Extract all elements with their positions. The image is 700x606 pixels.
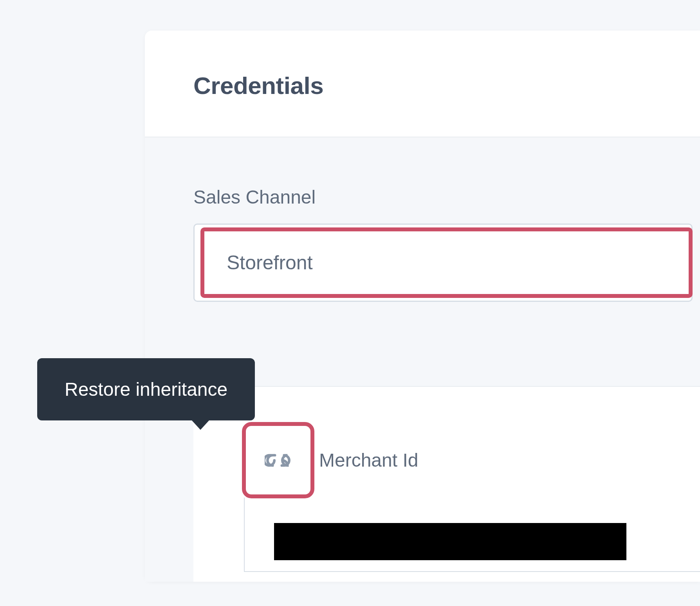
merchant-id-label-row: Merchant Id bbox=[242, 422, 700, 498]
unlink-icon bbox=[265, 450, 292, 471]
sales-channel-select[interactable]: Storefront bbox=[193, 224, 693, 302]
credentials-card: Credentials Sales Channel Storefront bbox=[145, 31, 700, 582]
merchant-id-section: Merchant Id bbox=[193, 386, 700, 582]
merchant-id-field-wrap bbox=[244, 498, 700, 572]
card-title: Credentials bbox=[193, 72, 700, 99]
merchant-id-label: Merchant Id bbox=[319, 449, 418, 471]
tooltip-text: Restore inheritance bbox=[65, 379, 227, 400]
sales-channel-field-group: Sales Channel Storefront bbox=[193, 186, 700, 386]
merchant-id-value-redacted[interactable] bbox=[274, 523, 626, 560]
sales-channel-value: Storefront bbox=[227, 251, 313, 274]
viewport: Credentials Sales Channel Storefront bbox=[0, 0, 700, 606]
sales-channel-label: Sales Channel bbox=[193, 186, 700, 208]
restore-inheritance-tooltip: Restore inheritance bbox=[37, 358, 255, 420]
restore-inheritance-button[interactable] bbox=[242, 422, 314, 498]
card-header: Credentials bbox=[145, 31, 700, 137]
